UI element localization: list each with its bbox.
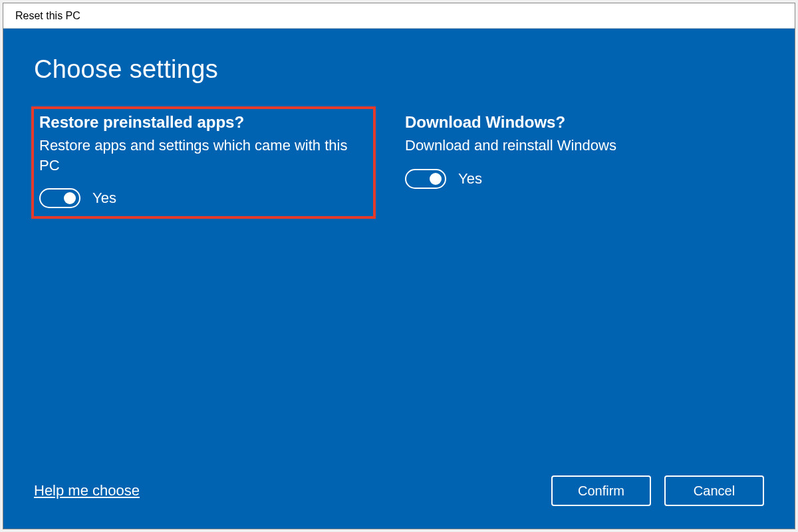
page-title: Choose settings: [34, 55, 764, 84]
setting-download-toggle-row: Yes: [405, 169, 733, 189]
content-area: Choose settings Restore preinstalled app…: [3, 29, 795, 529]
setting-restore-description: Restore apps and settings which came wit…: [39, 136, 368, 175]
setting-download-description: Download and reinstall Windows: [405, 136, 733, 156]
cancel-button[interactable]: Cancel: [664, 475, 764, 506]
help-me-choose-link[interactable]: Help me choose: [34, 482, 140, 499]
setting-restore-preinstalled-apps: Restore preinstalled apps? Restore apps …: [34, 109, 373, 216]
confirm-button[interactable]: Confirm: [551, 475, 651, 506]
download-toggle-label: Yes: [458, 170, 482, 188]
reset-pc-window: Reset this PC Choose settings Restore pr…: [3, 3, 795, 529]
footer: Help me choose Confirm Cancel: [34, 475, 764, 506]
setting-download-title: Download Windows?: [405, 113, 733, 132]
setting-download-windows: Download Windows? Download and reinstall…: [400, 109, 739, 216]
restore-toggle[interactable]: [39, 188, 80, 208]
toggle-knob-icon: [64, 192, 76, 204]
setting-restore-title: Restore preinstalled apps?: [39, 113, 368, 132]
settings-row: Restore preinstalled apps? Restore apps …: [34, 109, 764, 216]
download-toggle[interactable]: [405, 169, 446, 189]
window-title: Reset this PC: [15, 10, 80, 22]
window-titlebar: Reset this PC: [3, 3, 795, 29]
toggle-knob-icon: [430, 173, 442, 185]
footer-buttons: Confirm Cancel: [551, 475, 764, 506]
setting-restore-toggle-row: Yes: [39, 188, 368, 208]
restore-toggle-label: Yes: [92, 190, 116, 207]
